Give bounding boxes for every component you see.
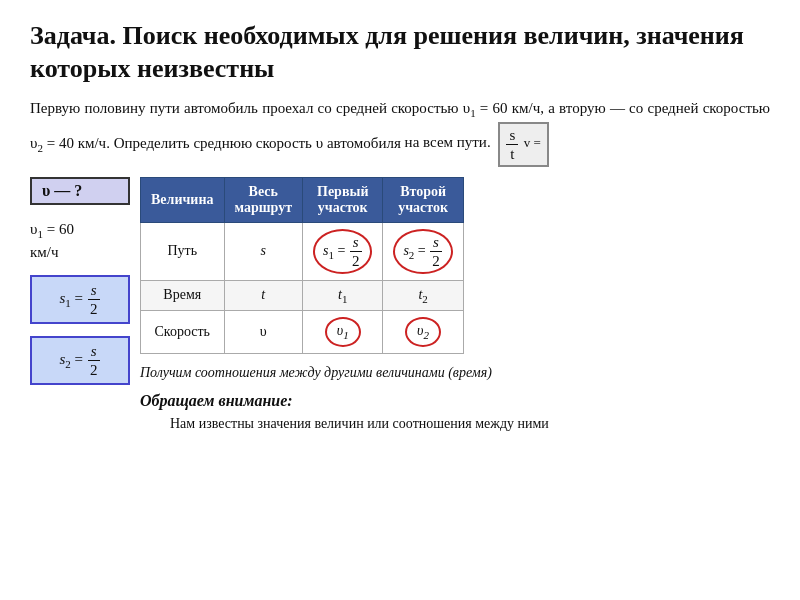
cell-time-label: Время: [141, 280, 225, 311]
intro-text: Первую половину пути автомобиль проехал …: [30, 97, 770, 167]
v1-oval: υ1: [325, 317, 361, 347]
v1-label: υ1 = 60км/ч: [30, 219, 130, 263]
unknown-box: υ — ?: [30, 177, 130, 205]
formula-box: s t v =: [498, 122, 548, 167]
s2-oval: s2 = s 2: [393, 229, 452, 274]
cell-path-full: s: [224, 222, 303, 280]
cell-speed-first: υ1: [303, 311, 383, 354]
cell-speed-full: υ: [224, 311, 303, 354]
s1-fraction-box: s1 = s 2: [30, 275, 130, 324]
attention-body: Нам известны значения величин или соотно…: [170, 413, 770, 434]
cell-time-first: t1: [303, 280, 383, 311]
cell-path-label: Путь: [141, 222, 225, 280]
col-header-magnitude: Величина: [141, 177, 225, 222]
bottom-text: Получим соотношения между другими величи…: [140, 362, 770, 434]
cell-path-second: s2 = s 2: [383, 222, 463, 280]
col-header-second-section: Второйучасток: [383, 177, 463, 222]
col-header-full-route: Весьмаршрут: [224, 177, 303, 222]
cell-time-full: t: [224, 280, 303, 311]
v2-oval: υ2: [405, 317, 441, 347]
table-row-speed: Скорость υ υ1 υ2: [141, 311, 464, 354]
content-area: υ — ? υ1 = 60км/ч s1 = s 2 s2 = s 2: [30, 177, 770, 435]
cell-time-second: t2: [383, 280, 463, 311]
table-row-time: Время t t1 t2: [141, 280, 464, 311]
attention-box: Обращаем внимание: Нам известны значения…: [140, 389, 770, 434]
bottom-italic: Получим соотношения между другими величи…: [140, 362, 770, 383]
data-table: Величина Весьмаршрут Первыйучасток Второ…: [140, 177, 464, 355]
left-panel: υ — ? υ1 = 60км/ч s1 = s 2 s2 = s 2: [30, 177, 130, 435]
s2-fraction-box: s2 = s 2: [30, 336, 130, 385]
cell-path-first: s1 = s 2: [303, 222, 383, 280]
attention-title: Обращаем внимание:: [140, 392, 293, 409]
s1-oval: s1 = s 2: [313, 229, 372, 274]
cell-speed-label: Скорость: [141, 311, 225, 354]
cell-speed-second: υ2: [383, 311, 463, 354]
page-title: Задача. Поиск необходимых для решения ве…: [30, 20, 770, 85]
table-row-path: Путь s s1 = s 2 s2 =: [141, 222, 464, 280]
right-area: Величина Весьмаршрут Первыйучасток Второ…: [140, 177, 770, 435]
col-header-first-section: Первыйучасток: [303, 177, 383, 222]
